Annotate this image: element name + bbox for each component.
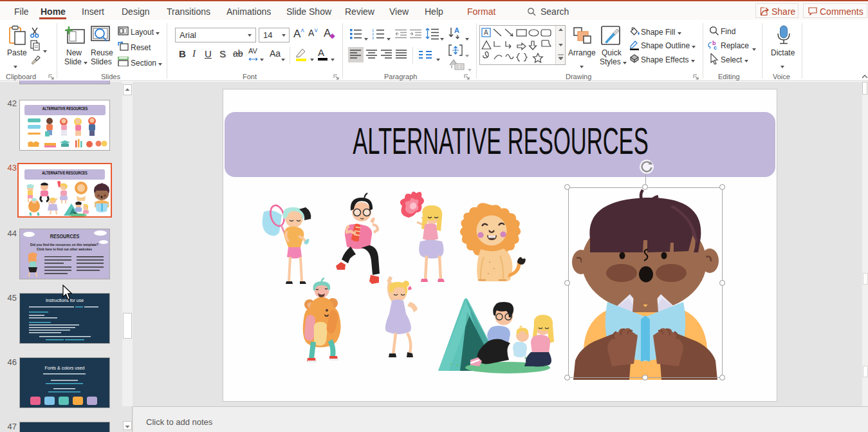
svg-text:Did you find the resources on: Did you find the resources on this templ… — [30, 243, 98, 247]
svg-text:Click here to find out other w: Click here to find out other websites — [37, 247, 92, 251]
svg-text:3: 3 — [372, 36, 374, 39]
svg-text:c: c — [714, 44, 717, 51]
svg-text:A: A — [454, 27, 459, 34]
svg-text:A: A — [484, 29, 488, 36]
